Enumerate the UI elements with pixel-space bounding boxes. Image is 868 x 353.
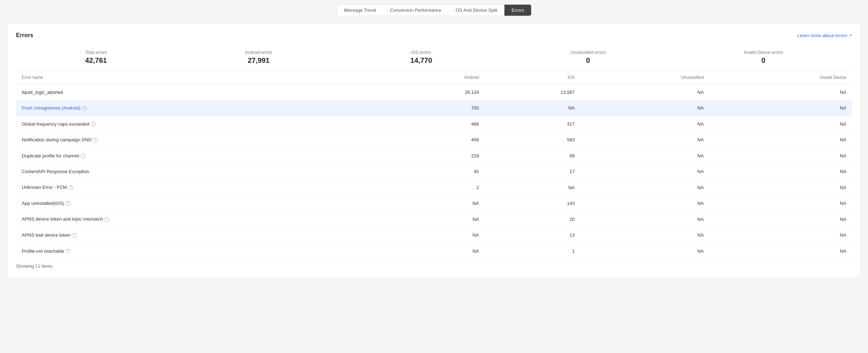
error-invalid_device-cell: NA <box>709 227 852 243</box>
table-header-row: Error nameAndroidiOSUnclassifiedInvalid … <box>16 71 852 85</box>
error-name-cell: APNS device token and topic mismatch? <box>16 211 387 227</box>
error-name-link[interactable]: Push Unregistered (Android) <box>22 105 81 111</box>
table-header-cell: Unclassified <box>580 71 709 85</box>
error-invalid_device-cell: NA <box>709 148 852 164</box>
help-icon[interactable]: ? <box>68 185 73 190</box>
error-invalid_device-cell: NA <box>709 195 852 211</box>
error-unclassified-cell: NA <box>580 211 709 227</box>
error-ios-cell: 317 <box>484 116 580 132</box>
error-name-cell: Global frequency caps exceeded? <box>16 116 387 132</box>
learn-more-link[interactable]: Learn more about errors ↗ <box>797 33 852 38</box>
showing-label: Showing 11 items <box>16 259 852 269</box>
error-name-cell: liquid_logic_aborted <box>16 85 387 100</box>
stat-label: iOS errors <box>410 50 432 55</box>
table-row: Profile not reachable?NA1NANA <box>16 243 852 259</box>
stat-label: Unclassified errors <box>570 50 606 55</box>
help-icon[interactable]: ? <box>66 249 71 254</box>
error-android-cell: NA <box>387 211 485 227</box>
error-ios-cell: 20 <box>484 211 580 227</box>
stat-item: iOS errors 14,770 <box>410 50 432 65</box>
help-icon[interactable]: ? <box>93 138 98 143</box>
error-ios-cell: NA <box>484 180 580 196</box>
error-unclassified-cell: NA <box>580 164 709 180</box>
table-header-cell: Android <box>387 71 485 85</box>
help-icon[interactable]: ? <box>81 153 86 158</box>
stat-label: Invalid Device errors <box>744 50 783 55</box>
table-row: liquid_logic_aborted26,13413,587NANA <box>16 85 852 100</box>
help-icon[interactable]: ? <box>72 233 77 238</box>
error-name-cell: App uninstalled(iOS)? <box>16 195 387 211</box>
table-header-cell: iOS <box>484 71 580 85</box>
nav-tab-conversion-performance[interactable]: Conversion Performance <box>383 5 448 16</box>
error-invalid_device-cell: NA <box>709 243 852 259</box>
nav-tab-os-and-device-split[interactable]: OS And Device Split <box>448 5 504 16</box>
stat-item: Unclassified errors 0 <box>570 50 606 65</box>
stats-row: Total errors 42,761 Android errors 27,99… <box>16 46 852 71</box>
showing-label-text: Showing 11 items <box>16 263 53 269</box>
error-invalid_device-cell: NA <box>709 180 852 196</box>
error-android-cell: 705 <box>387 100 485 116</box>
errors-title: Errors <box>16 32 33 39</box>
table-row: APNS device token and topic mismatch?NA2… <box>16 211 852 227</box>
error-ios-cell: 143 <box>484 195 580 211</box>
top-navigation: Message TrendConversion PerformanceOS An… <box>0 0 868 19</box>
table-row: Duplicate profile for channel?22989NANA <box>16 148 852 164</box>
error-invalid_device-cell: NA <box>709 100 852 116</box>
nav-tab-message-trend[interactable]: Message Trend <box>337 5 383 16</box>
stat-value: 14,770 <box>410 56 432 65</box>
table-header: Error nameAndroidiOSUnclassifiedInvalid … <box>16 71 852 85</box>
error-android-cell: NA <box>387 195 485 211</box>
table-row: Notification during campaign DND?408583N… <box>16 132 852 148</box>
error-invalid_device-cell: NA <box>709 116 852 132</box>
error-name-cell: Notification during campaign DND? <box>16 132 387 148</box>
error-ios-cell: 583 <box>484 132 580 148</box>
nav-tab-errors[interactable]: Errors <box>504 5 531 16</box>
table-row: Unknown Error - FCM?2NANANA <box>16 180 852 196</box>
help-icon[interactable]: ? <box>91 122 96 127</box>
error-invalid_device-cell: NA <box>709 211 852 227</box>
error-android-cell: 26,134 <box>387 85 485 100</box>
stat-value: 0 <box>570 56 606 65</box>
table-row: App uninstalled(iOS)?NA143NANA <box>16 195 852 211</box>
error-name-cell: Profile not reachable? <box>16 243 387 259</box>
error-name-cell: Push Unregistered (Android)? <box>16 100 387 116</box>
stat-value: 42,761 <box>85 56 107 65</box>
error-unclassified-cell: NA <box>580 132 709 148</box>
errors-table: Error nameAndroidiOSUnclassifiedInvalid … <box>16 71 852 259</box>
error-invalid_device-cell: NA <box>709 164 852 180</box>
error-android-cell: 468 <box>387 116 485 132</box>
error-android-cell: NA <box>387 227 485 243</box>
stat-value: 27,991 <box>245 56 272 65</box>
stat-value: 0 <box>744 56 783 65</box>
error-invalid_device-cell: NA <box>709 85 852 100</box>
error-android-cell: 2 <box>387 180 485 196</box>
error-ios-cell: 89 <box>484 148 580 164</box>
error-unclassified-cell: NA <box>580 148 709 164</box>
error-name-cell: Duplicate profile for channel? <box>16 148 387 164</box>
table-row: APNS bad device token?NA13NANA <box>16 227 852 243</box>
error-ios-cell: 17 <box>484 164 580 180</box>
stat-label: Total errors <box>85 50 107 55</box>
error-invalid_device-cell: NA <box>709 132 852 148</box>
help-icon[interactable]: ? <box>82 106 87 111</box>
stat-item: Invalid Device errors 0 <box>744 50 783 65</box>
stat-item: Android errors 27,991 <box>245 50 272 65</box>
error-unclassified-cell: NA <box>580 100 709 116</box>
error-android-cell: 45 <box>387 164 485 180</box>
help-icon[interactable]: ? <box>66 201 71 206</box>
nav-tab-group: Message TrendConversion PerformanceOS An… <box>337 4 532 16</box>
error-ios-cell: 13,587 <box>484 85 580 100</box>
table-row: Global frequency caps exceeded?468317NAN… <box>16 116 852 132</box>
error-unclassified-cell: NA <box>580 180 709 196</box>
errors-header: Errors Learn more about errors ↗ <box>16 32 852 39</box>
error-android-cell: NA <box>387 243 485 259</box>
help-icon[interactable]: ? <box>104 217 109 222</box>
error-unclassified-cell: NA <box>580 227 709 243</box>
stat-item: Total errors 42,761 <box>85 50 107 65</box>
main-content: Errors Learn more about errors ↗ Total e… <box>7 23 861 278</box>
table-body: liquid_logic_aborted26,13413,587NANAPush… <box>16 85 852 259</box>
error-unclassified-cell: NA <box>580 116 709 132</box>
error-ios-cell: 13 <box>484 227 580 243</box>
table-header-cell: Error name <box>16 71 387 85</box>
error-android-cell: 408 <box>387 132 485 148</box>
